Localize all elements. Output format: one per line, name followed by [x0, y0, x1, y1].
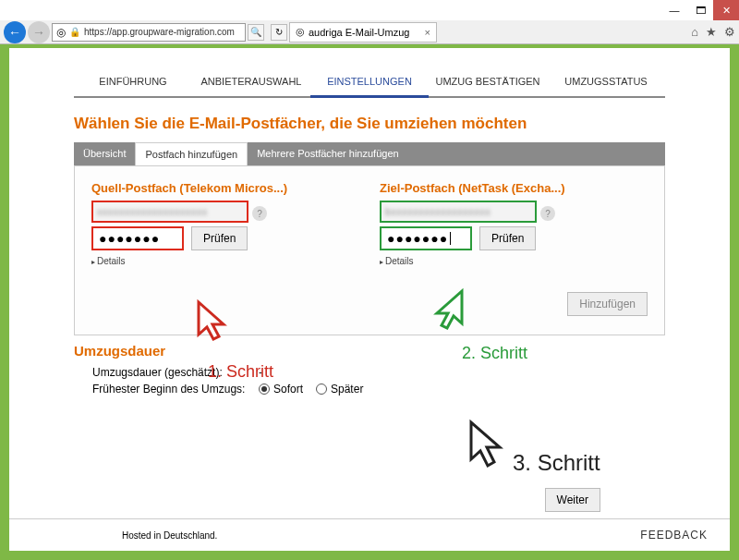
- tab-uebersicht[interactable]: Übersicht: [74, 142, 135, 165]
- tab-close-icon[interactable]: ×: [425, 27, 430, 38]
- feedback-button[interactable]: FEEDBACK: [629, 523, 719, 547]
- page-title: Wählen Sie die E-Mail-Postfächer, die Si…: [74, 115, 665, 133]
- forward-button[interactable]: →: [28, 21, 50, 43]
- radio-spaeter[interactable]: [316, 383, 327, 395]
- add-mailbox-button[interactable]: Hinzufügen: [567, 292, 648, 316]
- mailbox-panel: Quell-Postfach (Telekom Micros...) xxxxx…: [74, 165, 665, 335]
- annotation-step3: 3. Schritt: [513, 450, 600, 476]
- footer-text: Hosted in Deutschland.: [122, 530, 217, 541]
- window-titlebar: — 🗖 ✕: [0, 0, 739, 20]
- step-einfuehrung[interactable]: EINFÜHRUNG: [74, 67, 192, 96]
- browser-toolbar: ← → ◎ 🔒 https://app.groupware-migration.…: [0, 20, 739, 44]
- step-umzug-bestaetigen[interactable]: UMZUG BESTÄTIGEN: [429, 67, 547, 96]
- next-button[interactable]: Weiter: [545, 488, 600, 512]
- wizard-steps: EINFÜHRUNG ANBIETERAUSWAHL EINSTELLUNGEN…: [74, 67, 665, 98]
- settings-icon[interactable]: ⚙: [724, 25, 735, 39]
- duration-section: Umzugsdauer (geschätzt): - Frühester Beg…: [92, 366, 665, 396]
- close-button[interactable]: ✕: [713, 0, 739, 20]
- lock-icon: 🔒: [69, 27, 80, 37]
- tab-favicon: ◎: [296, 26, 305, 38]
- step-umzugsstatus[interactable]: UMZUGSSTATUS: [547, 67, 665, 96]
- source-password-field[interactable]: ●●●●●●●: [91, 226, 184, 250]
- annotation-cursor-black: [466, 418, 513, 473]
- mailbox-tabs: Übersicht Postfach hinzufügen Mehrere Po…: [74, 142, 665, 165]
- duration-est-value: -: [259, 366, 262, 379]
- radio-sofort-label: Sofort: [273, 383, 303, 396]
- page-footer: Hosted in Deutschland. FEEDBACK: [9, 518, 730, 551]
- home-icon[interactable]: ⌂: [691, 25, 698, 39]
- duration-heading: Umzugsdauer: [74, 343, 665, 359]
- duration-start-label: Frühester Beginn des Umzugs:: [92, 383, 259, 396]
- tab-postfach-hinzufuegen[interactable]: Postfach hinzufügen: [135, 142, 248, 165]
- source-check-button[interactable]: Prüfen: [191, 226, 248, 250]
- target-column: Ziel-Postfach (NetTask (Excha...) bxxxxx…: [380, 181, 648, 266]
- search-icon[interactable]: 🔍: [248, 24, 264, 41]
- source-email-field[interactable]: xxxxxxxxxxxxxxxxxxxx: [91, 201, 248, 223]
- back-button[interactable]: ←: [4, 21, 26, 43]
- radio-sofort[interactable]: [259, 383, 270, 395]
- target-details-toggle[interactable]: Details: [380, 256, 648, 266]
- target-title: Ziel-Postfach (NetTask (Excha...): [380, 181, 648, 195]
- help-icon[interactable]: ?: [252, 206, 267, 221]
- radio-spaeter-label: Später: [331, 383, 363, 396]
- minimize-button[interactable]: —: [661, 0, 687, 20]
- maximize-button[interactable]: 🗖: [687, 0, 713, 20]
- target-email-field[interactable]: bxxxxxxxxxxxxxxxxxx: [380, 201, 537, 223]
- address-bar[interactable]: ◎ 🔒 https://app.groupware-migration.com: [52, 23, 246, 42]
- favicon: ◎: [56, 26, 66, 39]
- target-password-field[interactable]: ●●●●●●●: [380, 226, 472, 250]
- step-anbieterauswahl[interactable]: ANBIETERAUSWAHL: [192, 67, 310, 96]
- refresh-icon[interactable]: ↻: [271, 24, 287, 41]
- url-text: https://app.groupware-migration.com: [84, 27, 235, 37]
- tab-mehrere-hinzufuegen[interactable]: Mehrere Postfächer hinzufügen: [248, 142, 407, 165]
- step-einstellungen[interactable]: EINSTELLUNGEN: [310, 67, 429, 96]
- page-viewport: EINFÜHRUNG ANBIETERAUSWAHL EINSTELLUNGEN…: [9, 48, 730, 551]
- source-title: Quell-Postfach (Telekom Micros...): [91, 181, 359, 195]
- tab-title: audriga E-Mail-Umzug: [309, 27, 409, 38]
- source-details-toggle[interactable]: Details: [91, 256, 359, 266]
- help-icon[interactable]: ?: [540, 206, 555, 221]
- favorites-icon[interactable]: ★: [706, 25, 717, 39]
- target-check-button[interactable]: Prüfen: [479, 226, 536, 250]
- duration-est-label: Umzugsdauer (geschätzt):: [92, 366, 259, 379]
- source-column: Quell-Postfach (Telekom Micros...) xxxxx…: [91, 181, 359, 266]
- browser-tab[interactable]: ◎ audriga E-Mail-Umzug ×: [289, 22, 437, 43]
